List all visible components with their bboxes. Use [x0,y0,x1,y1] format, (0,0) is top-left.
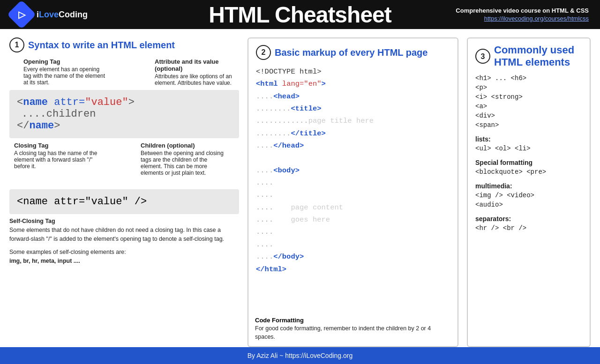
code-dots3: .... [256,226,450,238]
html-code-block: <!DOCTYPE html> <html lang="en"> ....<he… [256,66,450,275]
code-head-close: ....</head> [256,140,450,152]
logo-area: ▷ iLoveCoding [11,4,88,25]
logo-text: iLoveCoding [37,10,88,20]
header-right: Comprehensive video course on HTML & CSS… [456,7,589,22]
annotations-bottom: Closing Tag A closing tag has the name o… [14,142,239,176]
examples-text: Some examples of self-closing elements a… [9,248,239,266]
section3-number: 3 [475,49,490,64]
code-head-open: ....<head> [256,90,450,103]
code-dots1: .... [256,177,450,189]
html-audio: <audio> [475,201,582,208]
code-blank1 [256,152,450,164]
html-i-strong: <i> <strong> [475,93,582,101]
section1-title: 1 Syntax to write an HTML element [9,37,239,52]
code-box-self-close: <name attr="value" /> [9,189,239,214]
special-formatting-label: Special formatting [475,159,582,166]
course-label: Comprehensive video course on HTML & CSS [456,7,589,14]
code-content1: .... page content [256,201,450,214]
page-title: HTML Cheatsheet [209,2,391,28]
html-div: <div> [475,112,582,119]
self-close-description: Self-Closing Tag Some elements that do n… [9,217,239,243]
code-content2: .... goes here [256,214,450,226]
section1: 1 Syntax to write an HTML element Openin… [9,37,239,347]
annotation-children: Children (optional) Between the opening … [141,142,225,176]
html-p: <p> [475,84,582,91]
separators-label: separators: [475,215,582,223]
section3-title: 3 Commonly used HTML elements [475,44,582,69]
annotation-opening-tag: Opening Tag Every element has an opening… [23,58,108,86]
multimedia-label: multimedia: [475,182,582,190]
course-url[interactable]: https://ilovecoding.org/courses/htmlcss [484,15,589,22]
html-img-video: <img /> <video> [475,192,582,199]
section2-footer: Code Formatting For good code formatting… [248,312,458,347]
code-title-open: ........<title> [256,103,450,115]
section3: 3 Commonly used HTML elements <h1> ... <… [467,37,591,347]
section2: 2 Basic markup of every HTML page <!DOCT… [248,37,458,347]
annotations-top: Opening Tag Every element has an opening… [23,58,239,86]
code-dots2: .... [256,189,450,201]
annotation-closing-tag: Closing Tag A closing tag has the name o… [14,142,98,176]
code-line1: <name attr="value"> [17,97,232,108]
code-body-open: ....<body> [256,164,450,177]
section2-inner: 2 Basic markup of every HTML page <!DOCT… [248,38,458,312]
html-h1-h6: <h1> ... <h6> [475,74,582,82]
html-blockquote-pre: <blockquote> <pre> [475,168,582,176]
html-lists: <ul> <ol> <li> [475,145,582,152]
header: ▷ iLoveCoding HTML Cheatsheet Comprehens… [0,0,600,29]
code-line2: ....children [17,108,232,120]
main-content: 1 Syntax to write an HTML element Openin… [0,29,600,347]
code-title-content: ............page title here [256,115,450,127]
html-hr-br: <hr /> <br /> [475,224,582,232]
code-body-close: ....</body> [256,251,450,263]
code-box-main: <name attr="value"> ....children </name> [9,90,239,138]
lists-label: lists: [475,135,582,143]
footer: By Aziz Ali ~ https://iLoveCoding.org [0,347,600,364]
logo-icon: ▷ [7,0,36,29]
code-html-open: <html lang="en"> [256,78,450,90]
footer-text: By Aziz Ali ~ https://iLoveCoding.org [248,352,353,359]
html-span: <span> [475,121,582,129]
code-doctype: <!DOCTYPE html> [256,66,450,78]
annotation-attribute: Attribute and its value (optional) Attri… [155,58,239,86]
code-dots4: .... [256,238,450,251]
section2-title: 2 Basic markup of every HTML page [256,45,450,60]
code-html-close: </html> [256,263,450,275]
section2-number: 2 [256,45,271,60]
code-title-close: ........</title> [256,127,450,140]
html-a: <a> [475,103,582,110]
section1-number: 1 [9,37,24,52]
code-line3: </name> [17,120,232,132]
